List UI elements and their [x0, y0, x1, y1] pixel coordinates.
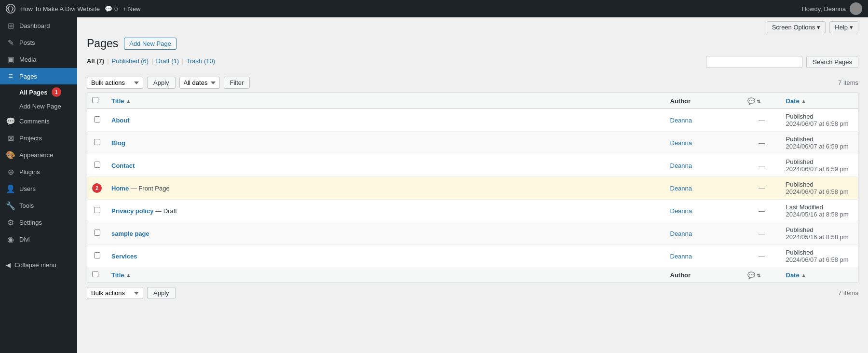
row-comments-cell: — — [743, 132, 781, 154]
row-comments-cell: — — [743, 154, 781, 177]
add-new-page-button[interactable]: Add New Page — [124, 38, 176, 50]
help-button[interactable]: Help ▾ — [829, 21, 858, 33]
apply-button-top[interactable]: Apply — [147, 77, 176, 89]
page-title-link[interactable]: Contact — [111, 162, 135, 169]
site-name[interactable]: How To Make A Divi Website — [20, 5, 100, 13]
howdy-text: Howdy, Deanna — [801, 5, 846, 13]
row-number-badge: 2 — [92, 183, 102, 193]
page-title-link[interactable]: sample page — [111, 230, 149, 237]
author-link[interactable]: Deanna — [670, 117, 692, 124]
filter-trash[interactable]: Trash (10) — [187, 57, 215, 65]
select-all-checkbox-top[interactable] — [92, 97, 98, 103]
row-checkbox-cell: 2 — [87, 177, 107, 200]
row-checkbox[interactable] — [94, 139, 100, 145]
sidebar-item-comments[interactable]: 💬 Comments — [0, 113, 77, 130]
sidebar-item-label: Projects — [19, 135, 42, 142]
sidebar-item-posts[interactable]: ✎ Posts — [0, 34, 77, 51]
page-title-link[interactable]: About — [111, 117, 130, 124]
author-link[interactable]: Deanna — [670, 139, 692, 147]
items-count-top: 7 items — [838, 79, 858, 86]
tfoot-comments: 💬 ⇅ — [743, 267, 781, 283]
page-title-link[interactable]: Home — [111, 185, 129, 192]
sidebar-item-plugins[interactable]: ⊕ Plugins — [0, 163, 77, 180]
filter-published[interactable]: Published (6) — [112, 57, 149, 65]
sidebar-subitem-all-pages[interactable]: All Pages 1 — [0, 84, 77, 100]
row-author-cell: Deanna — [665, 177, 743, 200]
sidebar-item-tools[interactable]: 🔧 Tools — [0, 197, 77, 214]
screen-options-button[interactable]: Screen Options ▾ — [767, 21, 826, 33]
sidebar-item-label: Tools — [19, 202, 34, 209]
table-row: Blog Deanna — Published 2024/06/07 at 6:… — [87, 132, 858, 154]
sort-title-link-bottom[interactable]: Title ▲ — [111, 272, 661, 279]
row-checkbox[interactable] — [94, 230, 100, 236]
new-link[interactable]: + New — [122, 5, 140, 13]
row-checkbox[interactable] — [94, 207, 100, 213]
author-link[interactable]: Deanna — [670, 230, 692, 237]
search-pages-input[interactable] — [706, 56, 802, 68]
pages-icon: ≡ — [6, 72, 15, 81]
avatar[interactable] — [850, 2, 862, 15]
row-title-cell: sample page — [107, 222, 665, 245]
row-comments-cell: — — [743, 177, 781, 200]
author-link[interactable]: Deanna — [670, 162, 692, 169]
sort-date-link-bottom[interactable]: Date ▲ — [786, 272, 854, 279]
page-title-link[interactable]: Privacy policy — [111, 207, 153, 215]
row-author-cell: Deanna — [665, 109, 743, 132]
sidebar-item-pages[interactable]: ≡ Pages — [0, 68, 77, 84]
bulk-actions-select-top[interactable]: Bulk actions Edit Move to Trash — [87, 77, 143, 89]
tablenav-left: Bulk actions Edit Move to Trash Apply Al… — [87, 77, 250, 89]
sidebar-item-label: Comments — [19, 118, 50, 125]
sidebar-item-label: Pages — [19, 73, 37, 80]
row-author-cell: Deanna — [665, 200, 743, 222]
comments-link[interactable]: 💬 0 — [105, 5, 118, 13]
sidebar-item-media[interactable]: ▣ Media — [0, 51, 77, 68]
search-pages-button[interactable]: Search Pages — [806, 56, 858, 68]
sidebar-item-settings[interactable]: ⚙ Settings — [0, 214, 77, 231]
sort-date-link[interactable]: Date ▲ — [786, 97, 854, 105]
row-date-cell: Published 2024/06/07 at 6:59 pm — [781, 132, 858, 154]
sidebar-item-projects[interactable]: ⊠ Projects — [0, 130, 77, 147]
row-checkbox[interactable] — [94, 162, 100, 168]
row-author-cell: Deanna — [665, 132, 743, 154]
collapse-label: Collapse menu — [14, 261, 56, 269]
select-all-checkbox-bottom[interactable] — [92, 271, 98, 277]
sort-comments-arrows-bottom: ⇅ — [757, 273, 760, 278]
filter-button[interactable]: Filter — [224, 77, 250, 89]
apply-button-bottom[interactable]: Apply — [147, 287, 176, 299]
author-link[interactable]: Deanna — [670, 253, 692, 260]
author-link[interactable]: Deanna — [670, 207, 692, 215]
collapse-menu-button[interactable]: ◀ Collapse menu — [0, 258, 77, 272]
author-link[interactable]: Deanna — [670, 185, 692, 192]
row-checkbox-cell — [87, 200, 107, 222]
sidebar-subitem-add-new-page[interactable]: Add New Page — [0, 100, 77, 113]
th-title: Title ▲ — [107, 93, 665, 109]
sidebar-item-divi[interactable]: ◉ Divi — [0, 231, 77, 248]
screen-options-chevron-icon: ▾ — [817, 24, 820, 31]
page-title-link[interactable]: Services — [111, 253, 137, 260]
all-dates-select[interactable]: All dates — [179, 77, 220, 89]
table-row: Services Deanna — Published 2024/06/07 a… — [87, 245, 858, 268]
row-checkbox[interactable] — [94, 252, 100, 258]
row-date-cell: Published 2024/05/16 at 8:58 pm — [781, 222, 858, 245]
new-label: + New — [122, 5, 140, 13]
filter-draft[interactable]: Draft (1) — [156, 57, 179, 65]
wp-logo[interactable] — [6, 4, 15, 14]
main-content: Screen Options ▾ Help ▾ Pages Add New Pa… — [77, 17, 868, 353]
bulk-actions-select-bottom[interactable]: Bulk actions Edit Move to Trash — [87, 287, 143, 299]
table-row: 2 Home — Front Page Deanna — Published 2… — [87, 177, 858, 200]
sort-title-link[interactable]: Title ▲ — [111, 97, 661, 105]
page-title-link[interactable]: Blog — [111, 139, 125, 147]
sidebar-item-users[interactable]: 👤 Users — [0, 180, 77, 197]
sidebar-item-label: Media — [19, 56, 36, 63]
filter-all[interactable]: All (7) — [87, 57, 104, 65]
row-title-cell: About — [107, 109, 665, 132]
row-checkbox-cell — [87, 132, 107, 154]
row-checkbox-cell — [87, 109, 107, 132]
sidebar-item-label: Plugins — [19, 168, 40, 176]
sort-date-arrow: ▲ — [801, 98, 806, 104]
row-comments-cell: — — [743, 245, 781, 268]
row-checkbox[interactable] — [94, 116, 100, 122]
sidebar-item-appearance[interactable]: 🎨 Appearance — [0, 147, 77, 163]
row-date-cell: Last Modified 2024/05/16 at 8:58 pm — [781, 200, 858, 222]
sidebar-item-dashboard[interactable]: ⊞ Dashboard — [0, 17, 77, 34]
